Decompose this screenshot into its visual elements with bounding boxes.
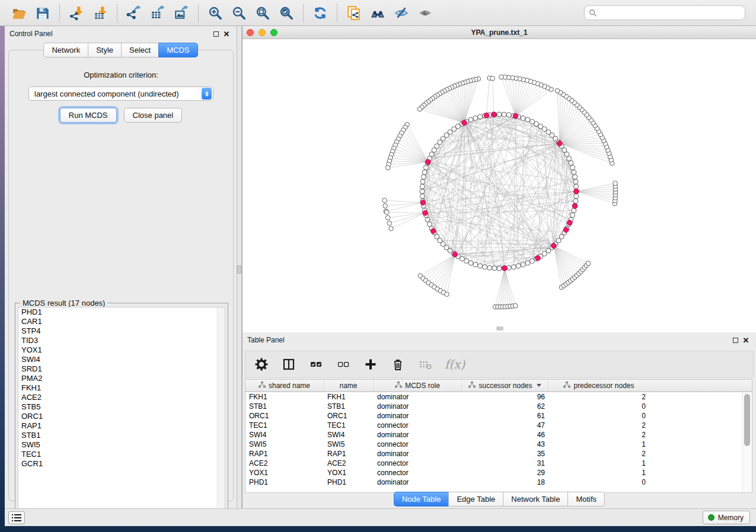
- close-panel-button[interactable]: Close panel: [124, 108, 183, 123]
- tab-network-table[interactable]: Network Table: [503, 492, 567, 507]
- zoom-in-button[interactable]: [203, 2, 227, 24]
- deselect-all-button[interactable]: [336, 357, 351, 372]
- cell-successor-nodes: 62: [462, 402, 548, 411]
- cell-mcds-role: dominator: [374, 393, 462, 401]
- save-session-button[interactable]: [31, 2, 55, 24]
- network-splitter-handle[interactable]: [496, 326, 503, 331]
- list-item[interactable]: ORC1: [18, 412, 225, 421]
- list-item[interactable]: GCR1: [18, 459, 225, 469]
- list-item[interactable]: PMA2: [18, 374, 225, 383]
- open-session-button[interactable]: [7, 2, 31, 24]
- tab-motifs[interactable]: Motifs: [567, 492, 605, 507]
- cell-name: STB1: [324, 402, 374, 411]
- cell-name: FKH1: [324, 393, 374, 401]
- sort-descending-icon: [537, 384, 541, 387]
- refresh-layout-button[interactable]: [308, 2, 332, 24]
- column-header-successor-nodes[interactable]: successor nodes: [462, 380, 548, 391]
- table-scrollbar[interactable]: [742, 392, 752, 492]
- zoom-selected-button[interactable]: [275, 2, 298, 24]
- network-window-titlebar[interactable]: YPA_prune.txt_1: [243, 26, 756, 39]
- delete-column-disabled-button[interactable]: [417, 357, 433, 372]
- first-neighbors-button[interactable]: [366, 2, 390, 24]
- column-header-shared-name[interactable]: shared name: [245, 380, 324, 391]
- close-panel-icon[interactable]: ✕: [221, 28, 232, 39]
- tab-network[interactable]: Network: [43, 43, 88, 57]
- node-table[interactable]: shared namenameMCDS rolesuccessor nodesp…: [245, 379, 752, 493]
- float-window-icon[interactable]: [730, 335, 741, 345]
- import-network-button[interactable]: [65, 2, 88, 24]
- control-panel: Control Panel ✕ NetworkStyleSelectMCDS O…: [5, 26, 237, 508]
- column-header-mcds-role[interactable]: MCDS role: [374, 380, 462, 391]
- memory-label: Memory: [718, 514, 744, 522]
- task-history-button[interactable]: [8, 511, 25, 524]
- table-row[interactable]: FKH1FKH1dominator962: [245, 392, 742, 402]
- table-scrollbar-thumb[interactable]: [744, 394, 750, 446]
- splitter-handle[interactable]: [237, 265, 241, 274]
- run-mcds-button[interactable]: Run MCDS: [60, 108, 117, 123]
- float-window-icon[interactable]: [210, 28, 221, 39]
- delete-button[interactable]: [390, 357, 406, 372]
- list-item[interactable]: STP4: [18, 326, 225, 336]
- search-box[interactable]: [584, 5, 745, 20]
- optimization-criterion-dropdown[interactable]: largest connected component (undirected): [28, 86, 213, 101]
- list-item[interactable]: TEC1: [18, 450, 225, 459]
- column-header-predecessor-nodes[interactable]: predecessor nodes: [548, 380, 649, 391]
- export-image-button[interactable]: [170, 2, 193, 24]
- export-table-button[interactable]: [146, 2, 170, 24]
- list-item[interactable]: STB1: [18, 431, 225, 440]
- table-row[interactable]: ORC1ORC1dominator610: [245, 411, 742, 421]
- column-label: shared name: [269, 382, 310, 390]
- list-item[interactable]: STB5: [18, 402, 225, 412]
- close-panel-icon[interactable]: ✕: [741, 335, 751, 345]
- column-header-name[interactable]: name: [324, 380, 374, 391]
- list-item[interactable]: SRD1: [18, 364, 225, 374]
- export-network-button[interactable]: [122, 2, 146, 24]
- network-from-selection-button[interactable]: [342, 2, 366, 24]
- list-item[interactable]: FKH1: [18, 383, 225, 393]
- table-row[interactable]: TEC1TEC1connector472: [245, 421, 742, 430]
- tab-mcds[interactable]: MCDS: [158, 43, 197, 57]
- result-list-scrollbar[interactable]: [217, 307, 225, 516]
- zoom-fit-button[interactable]: [251, 2, 275, 24]
- function-builder-icon[interactable]: f(x): [445, 357, 465, 371]
- columns-button[interactable]: [281, 357, 296, 372]
- network-from-selection-icon: [346, 5, 362, 21]
- cell-mcds-role: connector: [374, 459, 462, 467]
- tab-style[interactable]: Style: [88, 43, 121, 57]
- table-row[interactable]: RAP1RAP1dominator352: [245, 449, 742, 459]
- cell-predecessor-nodes: 1: [548, 459, 649, 467]
- table-panel-title: Table Panel: [247, 336, 285, 344]
- list-item[interactable]: ACE2: [18, 393, 225, 402]
- select-all-button[interactable]: [308, 357, 324, 372]
- hide-selected-button[interactable]: [390, 2, 413, 24]
- import-table-button[interactable]: [88, 2, 112, 24]
- table-row[interactable]: ACE2ACE2connector311: [245, 459, 742, 468]
- table-row[interactable]: STB1STB1dominator620: [245, 402, 742, 411]
- panel-splitter[interactable]: [237, 26, 242, 508]
- memory-button[interactable]: Memory: [703, 511, 750, 524]
- zoom-out-button[interactable]: [227, 2, 251, 24]
- list-item[interactable]: SWI5: [18, 440, 225, 450]
- list-item[interactable]: PHD1: [18, 307, 225, 317]
- gear-button[interactable]: [254, 357, 269, 372]
- table-row[interactable]: YOX1YOX1connector291: [245, 468, 742, 477]
- search-input[interactable]: [597, 8, 741, 18]
- table-row[interactable]: SWI4SWI4dominator462: [245, 430, 742, 440]
- table-row[interactable]: SWI5SWI5connector431: [245, 440, 742, 449]
- show-all-button[interactable]: [413, 2, 437, 24]
- table-row[interactable]: PHD1PHD1dominator180: [245, 477, 742, 487]
- tab-node-table[interactable]: Node Table: [394, 492, 449, 507]
- list-item[interactable]: YOX1: [18, 345, 225, 355]
- list-item[interactable]: SWI4: [18, 355, 225, 364]
- tree-icon: [468, 382, 476, 390]
- list-item[interactable]: RAP1: [18, 421, 225, 431]
- tab-select[interactable]: Select: [121, 43, 158, 57]
- list-item[interactable]: TID3: [18, 336, 225, 345]
- main-toolbar: [0, 0, 756, 26]
- network-canvas[interactable]: [243, 39, 755, 332]
- tab-edge-table[interactable]: Edge Table: [448, 492, 503, 507]
- add-button[interactable]: [363, 357, 378, 372]
- open-session-icon: [11, 5, 27, 21]
- mcds-result-list[interactable]: PHD1CAR1STP4TID3YOX1SWI4SRD1PMA2FKH1ACE2…: [18, 307, 225, 517]
- list-item[interactable]: CAR1: [18, 317, 225, 326]
